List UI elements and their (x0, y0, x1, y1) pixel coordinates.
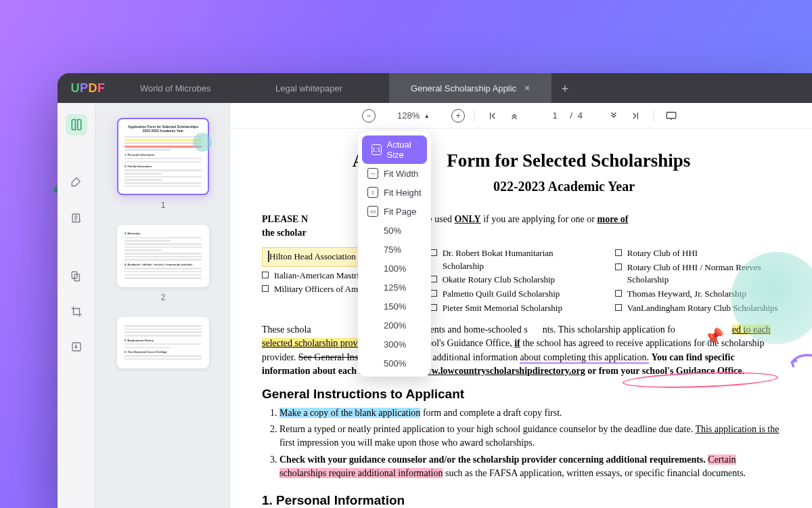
first-page-icon[interactable] (484, 108, 501, 124)
arrow-annotation[interactable] (788, 352, 812, 370)
presentation-icon[interactable] (663, 108, 679, 124)
zoom-50[interactable]: 50% (358, 221, 431, 240)
app-logo: UPDF (58, 81, 118, 96)
page-total: 4 (578, 110, 583, 121)
tab-scholarship-app[interactable]: General Scholarship Applic × (389, 73, 551, 103)
section-personal-info: 1. Personal Information (262, 491, 781, 508)
page-content[interactable]: 📌 AForm for Selected Scholarships 022-20… (231, 129, 812, 508)
zoom-actual-size[interactable]: 1:1 Actual Size (362, 135, 427, 164)
zoom-125[interactable]: 125% (358, 278, 431, 297)
app-window: UPDF World of Microbes Legal whitepaper … (58, 73, 812, 508)
zoom-75[interactable]: 75% (358, 240, 431, 259)
last-page-icon[interactable] (627, 108, 644, 124)
caret-up-icon: ▲ (424, 112, 430, 119)
page-sep: / (570, 110, 572, 121)
page-thumb-2[interactable]: 3. Education 4. Academic / athletic / se… (117, 225, 209, 287)
page-input[interactable] (545, 110, 564, 121)
zoom-menu[interactable]: 1:1 Actual Size ↔ Fit Width ↕ Fit Height… (358, 131, 431, 377)
edit-text-icon[interactable] (66, 207, 87, 229)
please-note: PLEASE Ntion is to be used ONLY if you a… (262, 213, 781, 240)
zoom-fit-page[interactable]: ▭ Fit Page (358, 202, 431, 221)
zoom-150[interactable]: 150% (358, 297, 431, 316)
fit-width-icon: ↔ (367, 168, 378, 179)
page-thumb-1[interactable]: Application Form for Selected Scholarshi… (117, 118, 209, 195)
section-heading: General Instructions to Applicant (262, 385, 781, 404)
zoom-200[interactable]: 200% (358, 316, 431, 335)
doc-subtitle: 022-2023 Academic Year (262, 177, 781, 196)
thumb-label: 2 (161, 293, 166, 302)
crop-icon[interactable] (66, 301, 87, 322)
zoom-fit-width[interactable]: ↔ Fit Width (358, 164, 431, 183)
svg-rect-4 (667, 112, 676, 118)
page-organize-icon[interactable] (66, 266, 87, 287)
prev-page-icon[interactable] (506, 108, 522, 124)
pushpin-annotation[interactable]: 📌 (704, 325, 724, 349)
actual-size-icon: 1:1 (371, 144, 382, 155)
next-page-icon[interactable] (606, 108, 622, 124)
zoom-in-icon[interactable]: + (451, 109, 465, 123)
tab-legal-whitepaper[interactable]: Legal whitepaper (254, 73, 389, 103)
fit-height-icon: ↕ (367, 187, 378, 198)
scholarship-columns: Hilton Head Association Italian-American… (262, 246, 781, 316)
thumb-label: 1 (161, 200, 166, 210)
tab-label: Legal whitepaper (275, 83, 342, 93)
tab-strip: World of Microbes Legal whitepaper Gener… (118, 73, 812, 103)
tab-world-of-microbes[interactable]: World of Microbes (118, 73, 254, 103)
annotation-indicator (193, 133, 212, 152)
close-icon[interactable]: × (516, 83, 530, 93)
instruction-list: Make a copy of the blank application for… (262, 406, 781, 480)
tab-label: General Scholarship Applic (411, 83, 516, 93)
view-toolbar: − 128% ▲ + (231, 103, 812, 129)
ocr-icon[interactable] (66, 336, 87, 358)
zoom-value: 128% (397, 110, 420, 121)
zoom-out-icon[interactable]: − (362, 109, 376, 123)
zoom-500[interactable]: 500% (358, 354, 431, 373)
tab-label: World of Microbes (140, 83, 211, 93)
document-viewport: − 128% ▲ + (231, 103, 812, 508)
titlebar: UPDF World of Microbes Legal whitepaper … (58, 73, 812, 103)
doc-title: AForm for Selected Scholarships (262, 148, 781, 174)
zoom-fit-height[interactable]: ↕ Fit Height (358, 183, 431, 202)
zoom-100[interactable]: 100% (358, 259, 431, 278)
page-thumb-3[interactable]: 5. Employment History 6. Your Expected C… (117, 317, 209, 368)
workbench: Application Form for Selected Scholarshi… (58, 103, 812, 508)
new-tab-button[interactable]: ＋ (551, 73, 579, 103)
body-paragraph: These scholahigh school students and hom… (262, 323, 781, 378)
thumbnail-panel[interactable]: Application Form for Selected Scholarshi… (95, 103, 231, 508)
zoom-300[interactable]: 300% (358, 335, 431, 354)
page-counter: / 4 (545, 110, 583, 121)
reader-mode-icon[interactable] (66, 114, 87, 135)
highlighter-icon[interactable] (66, 172, 87, 194)
left-toolbar (58, 103, 95, 508)
fit-page-icon: ▭ (367, 206, 378, 217)
zoom-dropdown[interactable]: 128% ▲ (392, 110, 435, 121)
